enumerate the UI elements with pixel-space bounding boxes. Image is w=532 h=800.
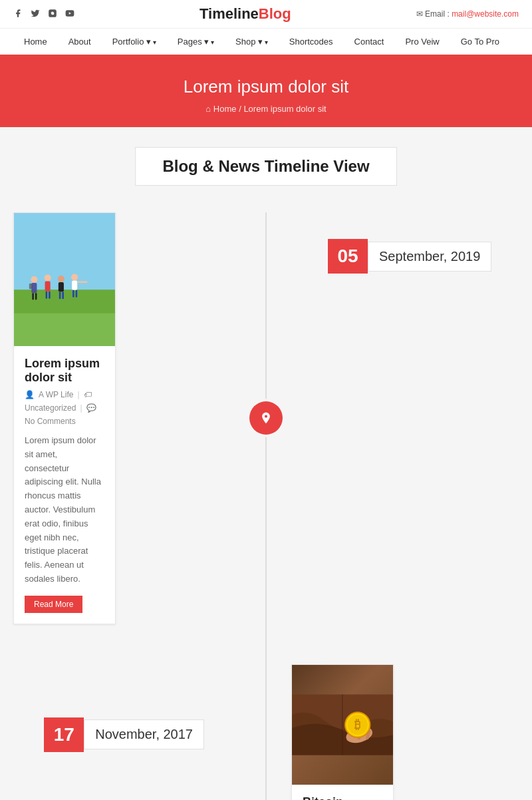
email-info: ✉ Email : mail@website.com [416,9,519,19]
svg-rect-10 [45,282,51,292]
twitter-icon[interactable] [31,9,40,20]
nav-item-about[interactable]: About [58,29,102,55]
read-more-button-1[interactable]: Read More [25,596,82,613]
timeline: Lorem ipsum dolor sit 👤 A WP Life | 🏷 Un… [13,212,519,800]
breadcrumb-current: Lorem ipsum dolor sit [243,104,326,114]
post-category-icon-1: 🏷 [84,390,92,399]
card-body-2: Bitcoin Blockchain 👤 A WP Life | All | 💬… [292,785,393,800]
svg-rect-15 [59,292,61,299]
post-image-1 [14,213,115,346]
breadcrumb-home-link[interactable]: Home [213,104,237,114]
post-meta-1: 👤 A WP Life | 🏷 Uncategorized | 💬 No Com… [25,390,104,426]
pin-icon-1 [259,411,273,425]
timeline-item-2: 17 November, 2017 [13,664,519,800]
section-title: Blog & News Timeline View [135,147,396,186]
nav-item-pages[interactable]: Pages ▾ [167,29,225,55]
site-title: TimelineBlog [200,5,291,23]
post-author-icon-1: 👤 [25,390,35,399]
facebook-icon[interactable] [13,9,23,20]
post-card-1: Lorem ipsum dolor sit 👤 A WP Life | 🏷 Un… [13,212,116,624]
svg-rect-11 [46,292,48,299]
timeline-card-2: ₿ Bitcoin Blockchain 👤 A WP Life | All [291,664,519,800]
date-day-2: 17 [44,717,84,752]
nav-item-pro-view[interactable]: Pro Veiw [394,29,450,55]
post-comment-icon-1: 💬 [86,403,96,413]
brand-name-part2: Blog [259,5,291,22]
hero-title: Lorem ipsum dolor sit [13,77,519,97]
svg-rect-16 [62,292,64,299]
brand-name-part1: Timeline [200,5,259,22]
nav-item-contact[interactable]: Contact [344,29,395,55]
svg-rect-8 [35,293,37,300]
main-content: Blog & News Timeline View [0,127,532,800]
date-month-1: September, 2019 [368,242,491,272]
post-author-1: A WP Life [39,390,73,399]
nav-item-portfolio[interactable]: Portfolio ▾ [102,29,167,55]
post-category-1: Uncategorized [25,403,76,413]
youtube-icon[interactable] [65,9,74,20]
svg-point-13 [58,276,65,282]
svg-rect-7 [32,293,34,300]
section-heading: Blog & News Timeline View [13,147,519,186]
date-day-1: 05 [328,239,368,274]
social-icons [13,9,74,20]
svg-rect-4 [14,290,115,313]
top-bar: TimelineBlog ✉ Email : mail@website.com [0,0,532,29]
breadcrumb: ⌂ Home / Lorem ipsum dolor sit [13,104,519,114]
date-month-2: November, 2017 [84,719,204,749]
post-excerpt-1: Lorem ipsum dolor sit amet, consectetur … [25,434,104,586]
svg-rect-20 [72,290,74,298]
svg-rect-22 [29,284,33,289]
svg-point-9 [45,274,51,281]
email-label: Email : [425,9,450,19]
instagram-icon[interactable] [48,9,57,20]
email-link[interactable]: mail@website.com [452,9,519,19]
post-title-1: Lorem ipsum dolor sit [25,357,104,385]
post-card-2: ₿ Bitcoin Blockchain 👤 A WP Life | All [291,664,394,800]
svg-rect-14 [59,282,64,292]
timeline-card-1: Lorem ipsum dolor sit 👤 A WP Life | 🏷 Un… [13,212,241,624]
nav-item-home[interactable]: Home [13,29,58,55]
post-image-2: ₿ [292,665,393,785]
nav-item-go-to-pro[interactable]: Go To Pro [450,29,510,55]
nav-item-shortcodes[interactable]: Shortcodes [279,29,344,55]
svg-rect-3 [14,246,115,290]
nav-bar: Home About Portfolio ▾ Pages ▾ Shop ▾ Sh… [0,29,532,57]
svg-point-5 [31,276,37,283]
timeline-date-1: 05 September, 2019 [291,212,519,274]
timeline-date-2: 17 November, 2017 [13,664,241,752]
hero-banner: Lorem ipsum dolor sit ⌂ Home / Lorem ips… [0,57,532,127]
post-title-2: Bitcoin Blockchain [303,795,382,800]
timeline-pin-1 [249,401,283,435]
nav-item-shop[interactable]: Shop ▾ [225,29,279,55]
svg-rect-18 [72,281,77,290]
svg-rect-19 [77,282,87,284]
home-icon: ⌂ [205,104,211,114]
post-comments-1: No Comments [25,417,76,426]
card-body-1: Lorem ipsum dolor sit 👤 A WP Life | 🏷 Un… [14,346,115,624]
svg-rect-12 [49,292,51,299]
svg-rect-21 [76,290,78,298]
svg-point-17 [71,274,78,280]
svg-text:₿: ₿ [354,718,360,731]
